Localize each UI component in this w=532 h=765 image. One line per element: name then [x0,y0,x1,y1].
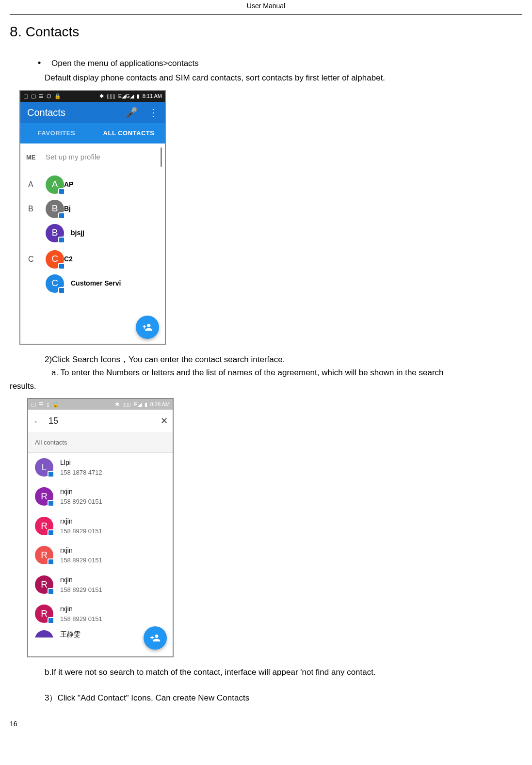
list-item[interactable]: AAAP [20,172,165,196]
contacts-body: ME Set up my profile AAAPBBBjBbjsjjCCC2C… [20,143,165,344]
sim-badge-icon [48,471,54,478]
bullet-open-contacts: Open the menu of applications>contacts [38,57,522,70]
status-bar: ▢ ☰ ▯ 🔒 ✱ ▯▯▯ E◢ ▮ 8:28 AM [28,399,173,410]
avatar: R [35,605,53,623]
me-row[interactable]: ME Set up my profile [20,143,165,172]
status-left-icons: ▢ ▢ ☰ ⬡ 🔒 [23,92,61,100]
list-item[interactable]: CCustomer Servi [20,271,165,297]
me-label: ME [26,153,46,162]
contact-name: Bj [64,204,71,214]
contact-phone: 158 8929 0151 [60,497,102,507]
contact-name: rxjin [60,604,102,614]
step-2a-tail: results. [10,380,522,393]
list-item[interactable]: Rrxjin158 8929 0151 [28,570,173,600]
add-contact-fab[interactable] [144,626,167,650]
search-input[interactable]: 15 [48,414,155,428]
scroll-indicator[interactable] [161,147,162,167]
tab-all-contacts[interactable]: ALL CONTACTS [93,123,165,143]
sim-badge-icon [48,588,54,595]
clear-icon[interactable]: ✕ [161,414,168,428]
section-number: 8. [10,23,22,39]
bullet-sub-text: Default display phone contacts and SIM c… [45,72,522,84]
search-bar: ← 15 ✕ [28,410,173,433]
vibrate-icon: ▯▯▯ [107,92,115,100]
sim-badge-icon [48,529,54,536]
list-item[interactable]: Bbjsjj [20,220,165,246]
tabs-bar: FAVORITES ALL CONTACTS [20,123,165,143]
signal-icon: ☰ [39,92,44,100]
add-person-icon [150,633,161,643]
contact-name: rxjin [60,487,102,497]
section-letter: B [28,203,46,215]
battery-icon: ▮ [137,92,140,100]
notif-icon: ▯ [47,400,49,409]
back-arrow-icon[interactable]: ← [33,414,43,429]
tab-favorites[interactable]: FAVORITES [20,123,93,143]
contact-phone: 158 8929 0151 [60,526,102,536]
sig-text: E◢G◢ [118,92,134,100]
sim-badge-icon [48,617,54,624]
status-right-icons: ✱ ▯▯▯ E◢G◢ ▮ 8:11 AM [99,92,162,100]
usb-icon: ⬡ [47,92,51,100]
overflow-menu-icon[interactable]: ⋮ [148,105,158,120]
results-subhead: All contacts [28,433,173,453]
avatar: A [46,175,64,194]
section-title: 8. Contacts [10,20,522,42]
sim-badge-icon [58,237,65,243]
screenshot-contacts-list: ▢ ▢ ☰ ⬡ 🔒 ✱ ▯▯▯ E◢G◢ ▮ 8:11 AM Contacts … [19,90,166,345]
avatar: R [35,575,53,594]
step-3: 3）Click "Add Contact" Icons, Can create … [45,692,522,704]
list-item[interactable]: BBBj [20,196,165,220]
list-item[interactable]: Rrxjin158 8929 0151 [28,599,173,629]
contact-name: C2 [64,254,73,264]
bullet-text: Open the menu of applications>contacts [51,57,199,70]
avatar: B [46,224,64,242]
section-letter: C [28,254,46,265]
list-item[interactable]: LLlpi158 1878 4712 [28,453,173,482]
avatar: R [35,546,53,564]
avatar: B [46,200,64,218]
wifi-icon: ☰ [39,400,44,409]
avatar: R [35,517,53,535]
avatar: R [35,487,53,506]
avatar: C [46,274,64,293]
contact-name: 王静雯 [60,629,81,638]
contact-name: Llpi [60,458,102,468]
list-item[interactable]: Rrxjin158 8929 0151 [28,511,173,541]
pic-icon: ▢ [31,400,36,409]
sim-badge-icon [48,500,54,507]
add-person-icon [142,322,153,333]
list-item[interactable]: Rrxjin158 8929 0151 [28,541,173,570]
step-2: 2)Click Search Icons，You can enter the c… [45,353,522,366]
battery-icon: ▮ [145,400,147,409]
add-contact-fab[interactable] [136,316,159,339]
bullet-dot-icon [38,57,51,70]
lock-icon: 🔒 [52,400,59,409]
section-letter: A [28,179,46,191]
contact-name: bjsjj [71,228,84,238]
contact-name: rxjin [60,545,102,556]
screenshot-search-results: ▢ ☰ ▯ 🔒 ✱ ▯▯▯ E◢ ▮ 8:28 AM ← 15 ✕ All co… [27,398,174,657]
page-header: User Manual [10,0,522,15]
contact-phone: 158 1878 4712 [60,468,102,478]
mic-icon[interactable]: 🎤 [126,105,138,120]
sim-badge-icon [58,188,65,195]
contact-name: rxjin [60,575,102,585]
wifi-icon: ▢ [23,92,28,100]
bt-icon: ✱ [99,92,104,100]
sim-badge-icon [58,212,65,219]
me-text: Set up my profile [46,152,100,163]
status-left-icons: ▢ ☰ ▯ 🔒 [31,400,59,409]
avatar [35,630,53,638]
step-2b: b.If it were not so search to match of t… [45,666,522,679]
page-number: 16 [10,719,522,729]
sim-badge-icon [58,263,65,270]
list-item[interactable]: CCC2 [20,246,165,271]
search-body: LLlpi158 1878 4712Rrxjin158 8929 0151Rrx… [28,453,173,656]
app-title: Contacts [27,105,65,120]
pic-icon: ▢ [31,92,36,100]
clock: 8:11 AM [143,92,162,100]
app-title-bar: Contacts 🎤 ⋮ [20,102,165,123]
contact-name: AP [64,179,73,190]
list-item[interactable]: Rrxjin158 8929 0151 [28,482,173,511]
